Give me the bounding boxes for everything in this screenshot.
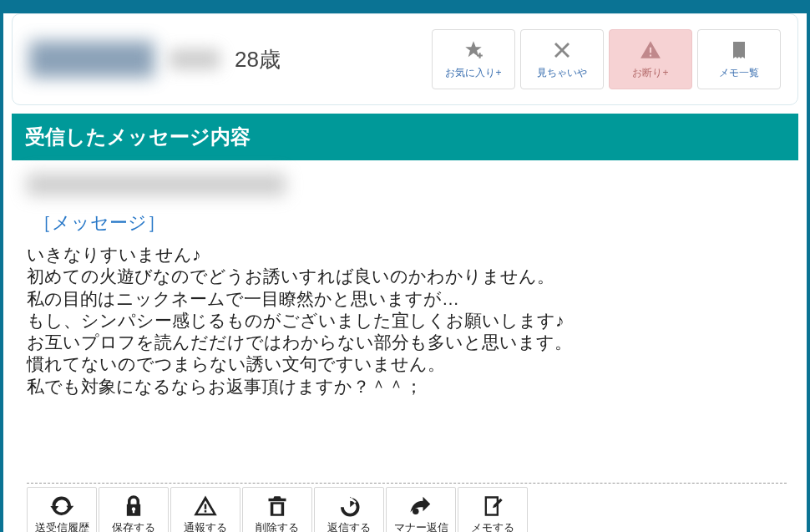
- user-age: 28歳: [235, 45, 281, 74]
- memo-list-button[interactable]: メモ一覧: [697, 29, 781, 89]
- manner-reply-button[interactable]: マナー返信: [386, 487, 456, 532]
- delete-label: 削除する: [256, 520, 299, 532]
- favorite-button[interactable]: お気に入り+: [432, 29, 515, 89]
- notepad-edit-icon: [480, 494, 505, 519]
- star-plus-icon: [463, 39, 484, 61]
- report-label: 通報する: [184, 520, 227, 532]
- note-icon: [728, 39, 750, 61]
- message-area: ［メッセージ］ いきなりすいません♪ 初めての火遊びなのでどうお誘いすれば良いの…: [3, 169, 807, 398]
- cross-icon: [551, 39, 573, 61]
- memo-button[interactable]: メモする: [458, 487, 528, 532]
- lock-icon: [121, 494, 146, 519]
- reply-arrow-icon: [337, 494, 362, 519]
- message-label: ［メッセージ］: [22, 207, 788, 244]
- warning-triangle-icon: [193, 494, 218, 519]
- memo-list-label: メモ一覧: [719, 66, 759, 80]
- bottom-actions: 送受信履歴 保存する 通報する 削除する 返信する: [27, 483, 787, 532]
- history-button[interactable]: 送受信履歴: [27, 487, 97, 532]
- trash-icon: [265, 494, 290, 519]
- reject-button[interactable]: お断り+: [609, 29, 692, 89]
- manner-reply-label: マナー返信: [394, 520, 448, 532]
- report-button[interactable]: 通報する: [170, 487, 240, 532]
- warning-triangle-icon: [640, 39, 661, 61]
- favorite-label: お気に入り+: [445, 66, 501, 80]
- save-button[interactable]: 保存する: [99, 487, 169, 532]
- top-actions: お気に入り+ 見ちゃいや お断り+ メモ一覧: [432, 29, 781, 89]
- user-sub-blurred: [170, 49, 220, 69]
- memo-label: メモする: [471, 520, 514, 532]
- reply-label: 返信する: [327, 520, 371, 532]
- page-container: 28歳 お気に入り+ 見ちゃいや お断り+: [3, 13, 807, 532]
- section-title: 受信したメッセージ内容: [12, 114, 798, 160]
- user-info: 28歳: [29, 41, 281, 78]
- history-label: 送受信履歴: [35, 520, 89, 532]
- refresh-icon: [49, 494, 74, 519]
- reply-button[interactable]: 返信する: [314, 487, 384, 532]
- message-body: いきなりすいません♪ 初めての火遊びなのでどうお誘いすれば良いのかわかりません。…: [22, 244, 788, 398]
- reject-label: お断り+: [632, 66, 668, 80]
- ignore-label: 見ちゃいや: [537, 66, 587, 80]
- delete-button[interactable]: 削除する: [242, 487, 312, 532]
- user-name-blurred: [29, 41, 154, 78]
- share-arrow-icon: [408, 494, 433, 519]
- svg-point-0: [413, 509, 419, 515]
- message-date-blurred: [27, 174, 286, 195]
- user-header-card: 28歳 お気に入り+ 見ちゃいや お断り+: [12, 13, 798, 105]
- ignore-button[interactable]: 見ちゃいや: [520, 29, 604, 89]
- save-label: 保存する: [112, 520, 155, 532]
